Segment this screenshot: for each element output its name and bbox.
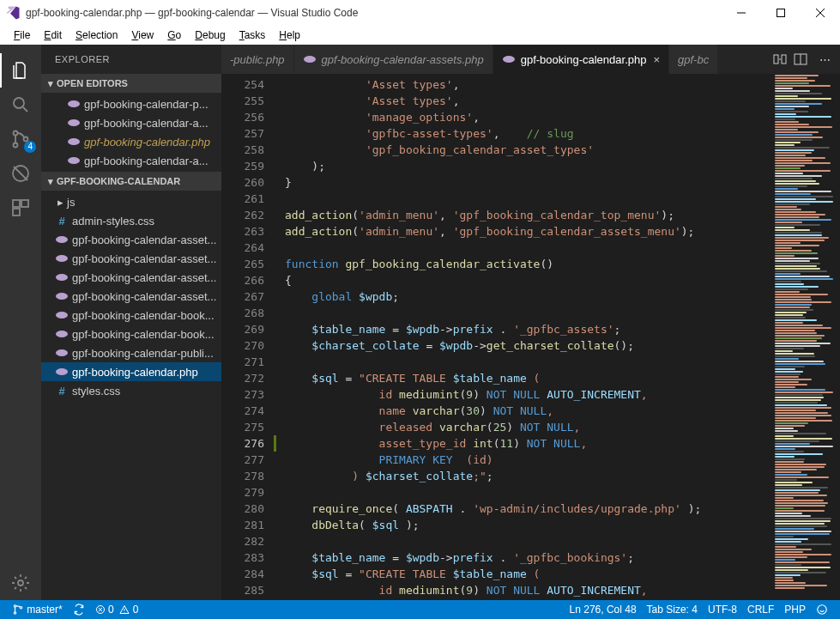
svg-rect-0 (777, 9, 785, 17)
menu-file[interactable]: File (7, 27, 37, 43)
file-item[interactable]: gpf-booking-calendar-publi... (41, 343, 221, 362)
php-file-icon (502, 52, 516, 66)
file-item[interactable]: gpf-booking-calendar.php (41, 362, 221, 381)
status-sync[interactable] (68, 604, 90, 616)
php-file-icon (67, 97, 81, 111)
open-editor-item[interactable]: gpf-booking-calendar-p... (41, 94, 221, 113)
menu-view[interactable]: View (124, 27, 160, 43)
menu-debug[interactable]: Debug (188, 27, 232, 43)
compare-icon[interactable] (773, 52, 794, 66)
file-item[interactable]: gpf-booking-calendar-asset... (41, 230, 221, 249)
scm-badge: 4 (24, 141, 36, 153)
open-editor-item[interactable]: gpf-booking-calendar-a... (41, 151, 221, 170)
editor-tab[interactable]: gpf-bc (669, 45, 718, 74)
menu-help[interactable]: Help (272, 27, 307, 43)
activity-scm[interactable]: 4 (0, 122, 41, 156)
editor-tabs: -public.phpgpf-booking-calendar-assets.p… (221, 45, 840, 74)
php-file-icon (55, 252, 69, 265)
maximize-button[interactable] (761, 0, 801, 26)
file-item[interactable]: gpf-booking-calendar-asset... (41, 268, 221, 287)
php-file-icon (55, 233, 69, 246)
editor-area: -public.phpgpf-booking-calendar-assets.p… (221, 45, 840, 600)
warning-icon (119, 604, 130, 615)
activity-bar: 4 (0, 45, 41, 600)
open-editors-header[interactable]: ▾OPEN EDITORS (41, 74, 221, 93)
activity-extensions[interactable] (0, 191, 41, 225)
activity-explorer[interactable] (0, 53, 41, 88)
chevron-down-icon: ▾ (45, 176, 57, 187)
status-tabsize[interactable]: Tab Size: 4 (642, 604, 703, 616)
sync-icon (73, 604, 85, 616)
svg-point-21 (56, 368, 68, 375)
svg-rect-7 (21, 200, 28, 207)
php-file-icon (55, 289, 69, 303)
activity-settings[interactable] (0, 566, 41, 600)
svg-point-31 (818, 605, 827, 615)
svg-point-20 (56, 349, 68, 356)
close-icon[interactable]: × (653, 53, 660, 66)
status-encoding[interactable]: UTF-8 (703, 604, 742, 616)
menu-go[interactable]: Go (160, 27, 188, 43)
php-file-icon (67, 154, 81, 167)
svg-point-10 (68, 100, 80, 107)
explorer-title: EXPLORER (41, 45, 221, 74)
file-item[interactable]: #admin-styles.css (41, 211, 221, 230)
minimize-button[interactable] (722, 0, 761, 26)
more-icon[interactable]: ⋯ (814, 53, 835, 66)
editor-tab[interactable]: gpf-booking-calendar-assets.php (294, 45, 493, 74)
split-icon[interactable] (794, 52, 814, 66)
minimap[interactable] (771, 74, 840, 600)
editor-tab[interactable]: -public.php (221, 45, 294, 74)
close-window-button[interactable] (801, 0, 840, 26)
svg-point-3 (14, 143, 18, 148)
menu-tasks[interactable]: Tasks (233, 27, 273, 43)
css-file-icon: # (55, 384, 69, 397)
svg-point-22 (304, 56, 316, 63)
php-file-icon (55, 365, 69, 379)
status-branch[interactable]: master* (7, 604, 68, 616)
explorer-sidebar: EXPLORER ▾OPEN EDITORS gpf-booking-calen… (41, 45, 221, 600)
php-file-icon (303, 52, 317, 66)
file-item[interactable]: gpf-booking-calendar-book... (41, 325, 221, 343)
status-lncol[interactable]: Ln 276, Col 48 (565, 604, 642, 616)
editor-tab[interactable]: gpf-booking-calendar.php× (493, 45, 669, 74)
status-problems[interactable]: 0 0 (90, 604, 144, 616)
svg-rect-6 (13, 200, 20, 207)
svg-rect-8 (13, 209, 20, 215)
activity-search[interactable] (0, 88, 41, 122)
status-lang[interactable]: PHP (779, 604, 811, 616)
svg-point-15 (56, 255, 68, 262)
svg-point-14 (56, 236, 68, 243)
smiley-icon (816, 604, 828, 616)
file-item[interactable]: #styles.css (41, 381, 221, 400)
open-editor-item[interactable]: gpf-booking-calendar-a... (41, 113, 221, 132)
svg-point-18 (56, 312, 68, 319)
code-editor[interactable]: 'Asset types', 'Asset types', 'manage_op… (276, 74, 771, 600)
php-file-icon (67, 116, 81, 130)
folder-item[interactable]: ▸js (41, 192, 221, 211)
status-eol[interactable]: CRLF (742, 604, 779, 616)
status-feedback[interactable] (811, 604, 833, 616)
window-title: gpf-booking-calendar.php — gpf-booking-c… (26, 7, 722, 19)
window-titlebar: gpf-booking-calendar.php — gpf-booking-c… (0, 0, 840, 26)
svg-point-23 (503, 56, 515, 63)
menu-bar: FileEditSelectionViewGoDebugTasksHelp (0, 26, 840, 46)
svg-rect-25 (782, 55, 786, 64)
folder-header[interactable]: ▾GPF-BOOKING-CALENDAR (41, 172, 221, 191)
activity-debug[interactable] (0, 156, 41, 191)
file-item[interactable]: gpf-booking-calendar-asset... (41, 287, 221, 306)
php-file-icon (67, 135, 81, 149)
menu-edit[interactable]: Edit (37, 27, 69, 43)
error-icon (95, 604, 106, 615)
menu-selection[interactable]: Selection (69, 27, 124, 43)
svg-point-16 (56, 274, 68, 281)
svg-point-2 (14, 131, 18, 136)
php-file-icon (55, 270, 69, 284)
branch-icon (12, 604, 24, 616)
line-gutter: 2542552562572582592602612622632642652662… (221, 74, 276, 600)
file-item[interactable]: gpf-booking-calendar-book... (41, 306, 221, 325)
chevron-right-icon: ▸ (55, 196, 65, 209)
open-editor-item[interactable]: gpf-booking-calendar.php (41, 132, 221, 151)
file-item[interactable]: gpf-booking-calendar-asset... (41, 249, 221, 268)
svg-point-27 (14, 605, 15, 607)
